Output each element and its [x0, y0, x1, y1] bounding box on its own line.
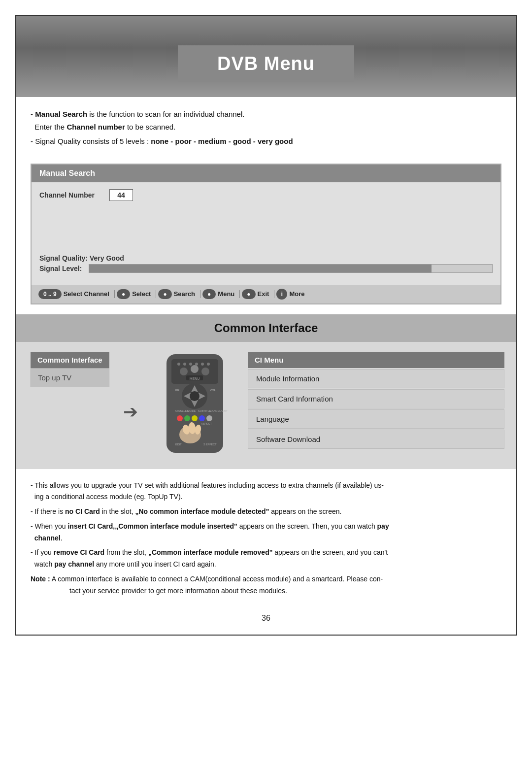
svg-point-7: [207, 363, 210, 366]
note-3: - When you insert CI Card,„Common interf…: [31, 521, 501, 544]
btn-group-search: ● Search: [158, 289, 195, 299]
btn-sep-2: [156, 290, 156, 298]
svg-point-9: [191, 365, 199, 373]
svg-text:VOL: VOL: [210, 389, 216, 392]
svg-text:ASPECT: ASPECT: [201, 422, 212, 425]
ci-menu-item-smartcard[interactable]: Smart Card Information: [248, 389, 504, 408]
svg-point-4: [189, 363, 192, 366]
manual-search-box: Manual Search Channel Number 44 Signal Q…: [31, 164, 501, 304]
svg-text:PR: PR: [175, 389, 180, 392]
svg-point-5: [195, 363, 198, 366]
btn-group-info: i More: [276, 289, 304, 300]
svg-point-26: [184, 415, 190, 421]
svg-point-2: [177, 363, 180, 366]
btn-info-oval: i: [276, 289, 287, 300]
ci-menu-header: CI Menu: [248, 352, 504, 368]
manual-search-title: Manual Search: [39, 169, 95, 177]
ci-section-header: Common Interface: [16, 314, 516, 342]
svg-text:MENU: MENU: [190, 377, 200, 380]
page: DVB Menu - Manual Search is the function…: [15, 15, 517, 636]
dvb-title: DVB Menu: [217, 53, 315, 74]
ci-menu-item-module[interactable]: Module Information: [248, 369, 504, 388]
svg-text:SUBTITLE: SUBTITLE: [198, 409, 211, 412]
btn-group-select: ● Select: [117, 289, 151, 299]
btn-search-label: Search: [174, 290, 195, 298]
btn-sep-1: [114, 290, 115, 298]
dvb-header-inner: DVB Menu: [178, 45, 354, 82]
page-number: 36: [16, 605, 516, 635]
svg-point-3: [183, 363, 186, 366]
svg-point-28: [199, 415, 205, 421]
remote-control-image: MENU OK/SELEC GUIDE SUBTITLE CANCEL/EXIT…: [157, 352, 233, 457]
btn-sep-4: [239, 290, 240, 298]
manual-search-body: Channel Number 44 Signal Quality: Very G…: [32, 182, 500, 285]
note-5: Note : A common interface is available t…: [31, 573, 501, 597]
btn-select-channel-label: Select Channel: [64, 290, 109, 298]
note-2: - If there is no CI Card in the slot, „N…: [31, 506, 501, 518]
manual-search-header: Manual Search: [32, 165, 500, 182]
btn-group-exit: ● Exit: [242, 289, 269, 299]
svg-point-8: [180, 368, 188, 375]
ci-menu-item-language[interactable]: Language: [248, 409, 504, 429]
signal-bar-fill: [89, 265, 432, 272]
ci-menu-item-software[interactable]: Software Download: [248, 430, 504, 449]
btn-select-label: Select: [132, 290, 151, 298]
signal-bar-container: [89, 264, 493, 273]
ci-left-panel: Common Interface Top up TV: [31, 352, 109, 387]
btn-exit-label: Exit: [258, 290, 269, 298]
ci-content: Common Interface Top up TV ➔: [16, 342, 516, 469]
btn-select-oval: ●: [117, 289, 130, 299]
svg-point-6: [201, 363, 204, 366]
btn-sep-5: [274, 290, 274, 298]
dvb-header: DVB Menu: [16, 16, 516, 97]
ci-arrow-icon: ➔: [123, 402, 138, 422]
btn-menu-oval: ●: [202, 289, 216, 299]
intro-line-2: - Signal Quality consists of 5 levels : …: [31, 135, 501, 148]
btn-more-label: More: [289, 290, 304, 298]
ci-panel-header: Common Interface: [31, 352, 109, 368]
common-interface-section: Common Interface Common Interface Top up…: [16, 314, 516, 469]
btn-group-menu: ● Menu: [202, 289, 234, 299]
btn-range-oval: 0 .. 9: [38, 289, 62, 299]
intro-line-1: - Manual Search is the function to scan …: [31, 108, 501, 133]
intro-text-block: - Manual Search is the function to scan …: [16, 97, 516, 155]
note-1: - This allows you to upgrade your TV set…: [31, 480, 501, 504]
btn-menu-label: Menu: [218, 290, 234, 298]
ms-spacer: [39, 205, 493, 254]
btn-sep-3: [200, 290, 200, 298]
channel-number-row: Channel Number 44: [39, 189, 493, 201]
notes-section: - This allows you to upgrade your TV set…: [16, 469, 516, 605]
svg-point-27: [192, 415, 198, 421]
svg-text:S EFFECT: S EFFECT: [203, 443, 217, 446]
ms-button-bar: 0 .. 9 Select Channel ● Select ● Search …: [32, 285, 500, 303]
channel-number-label: Channel Number: [39, 191, 103, 199]
svg-point-29: [206, 415, 212, 421]
svg-text:EDIT: EDIT: [175, 443, 182, 446]
ci-right-panel: CI Menu Module Information Smart Card In…: [248, 352, 504, 450]
btn-search-oval: ●: [158, 289, 171, 299]
channel-number-value: 44: [109, 189, 133, 201]
ci-panel-item-topuptv: Top up TV: [31, 368, 109, 387]
svg-point-18: [190, 391, 200, 401]
btn-group-range: 0 .. 9 Select Channel: [38, 289, 109, 299]
ci-section-title: Common Interface: [214, 321, 318, 335]
svg-point-10: [201, 368, 209, 375]
signal-level-label: Signal Level:: [39, 265, 84, 272]
svg-point-25: [177, 415, 183, 421]
signal-quality-label: Signal Quality: Very Good: [39, 254, 493, 262]
svg-text:CANCEL/EXIT: CANCEL/EXIT: [210, 409, 228, 412]
svg-text:GUIDE: GUIDE: [187, 409, 196, 412]
signal-level-row: Signal Level:: [39, 264, 493, 273]
btn-exit-oval: ●: [242, 289, 255, 299]
note-4: - If you remove CI Card from the slot, „…: [31, 547, 501, 571]
